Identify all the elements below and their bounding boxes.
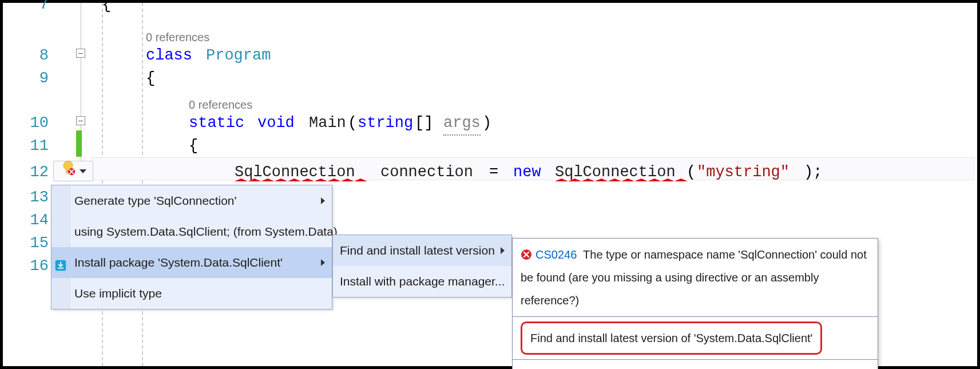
kw-class: class — [146, 44, 192, 67]
menu-item-generate-type[interactable]: Generate type 'SqlConnection' — [51, 185, 332, 216]
submenu-item-package-manager[interactable]: Install with package manager... — [333, 266, 511, 297]
brace-open: { — [102, 0, 111, 16]
menu-item-label: Generate type 'SqlConnection' — [74, 189, 237, 212]
line-number: 15 — [3, 232, 49, 255]
var-name: connection — [380, 161, 473, 184]
menu-item-install-package[interactable]: Install package 'System.Data.SqlClient' — [51, 247, 332, 278]
action-row: Find and install latest version of 'Syst… — [513, 317, 878, 359]
line-number: 7 — [3, 0, 49, 16]
action-text: Find and install latest version of 'Syst… — [530, 332, 812, 344]
quick-actions-menu: Generate type 'SqlConnection' using Syst… — [51, 185, 332, 310]
change-marker — [76, 130, 82, 157]
chevron-down-icon — [80, 169, 86, 173]
install-submenu: Find and install latest version Install … — [332, 235, 512, 297]
brackets: [] — [415, 112, 433, 134]
menu-item-label: using System.Data.SqlClient; (from Syste… — [74, 220, 338, 243]
gutter: 7 8 9 10 11 12 13 14 15 16 — [3, 3, 54, 366]
menu-item-label: Install with package manager... — [340, 270, 505, 293]
menu-item-use-implicit-type[interactable]: Use implicit type — [51, 278, 332, 309]
paren-close: ) — [482, 112, 491, 134]
package-download-icon — [54, 256, 67, 269]
chevron-right-icon — [321, 259, 325, 266]
chevron-right-icon — [501, 247, 505, 254]
menu-item-label: Use implicit type — [74, 282, 162, 305]
preview-changes-row[interactable]: Preview changes — [513, 360, 878, 369]
line-number: 16 — [3, 255, 49, 277]
line-number: 13 — [3, 186, 49, 209]
error-icon — [521, 249, 532, 260]
line-number: 9 — [3, 67, 49, 90]
type-name: Program — [206, 44, 271, 67]
menu-item-label: Find and install latest version — [340, 239, 495, 262]
paren-open: ( — [348, 112, 357, 134]
brace-open: { — [146, 67, 155, 90]
kw-void: void — [257, 112, 295, 134]
fold-toggle[interactable] — [76, 116, 85, 125]
brace-open: { — [189, 134, 198, 157]
line-number: 10 — [3, 112, 49, 134]
code-editor[interactable]: 7 8 9 10 11 12 13 14 15 16 { 0 reference… — [3, 3, 977, 366]
paren-close-semi: ); — [804, 161, 822, 184]
line-number: 12 — [3, 161, 49, 184]
kw-static: static — [189, 112, 244, 134]
action-highlight: Find and install latest version of 'Syst… — [521, 322, 822, 355]
param-name: args — [443, 112, 481, 136]
line-number: 14 — [3, 209, 49, 232]
chevron-right-icon — [321, 197, 325, 204]
diagnostic-row: CS0246 The type or namespace name 'SqlCo… — [513, 239, 878, 316]
kw-new: new — [513, 161, 541, 184]
line-number: 11 — [3, 134, 49, 157]
param-type: string — [358, 112, 413, 134]
assign: = — [489, 161, 498, 184]
menu-item-add-using[interactable]: using System.Data.SqlClient; (from Syste… — [51, 216, 332, 247]
line-number: 8 — [3, 44, 49, 67]
fold-toggle[interactable] — [76, 49, 85, 58]
quick-actions-button[interactable] — [53, 161, 93, 181]
menu-item-label: Install package 'System.Data.SqlClient' — [74, 251, 283, 274]
submenu-item-find-latest[interactable]: Find and install latest version — [333, 235, 511, 266]
paren-open: ( — [687, 161, 696, 184]
method-name: Main — [309, 112, 346, 134]
lightbulb-error-icon — [60, 160, 76, 183]
quick-action-preview: CS0246 The type or namespace name 'SqlCo… — [512, 238, 878, 369]
error-code[interactable]: CS0246 — [535, 248, 577, 261]
string-literal: "mystring" — [697, 161, 789, 184]
